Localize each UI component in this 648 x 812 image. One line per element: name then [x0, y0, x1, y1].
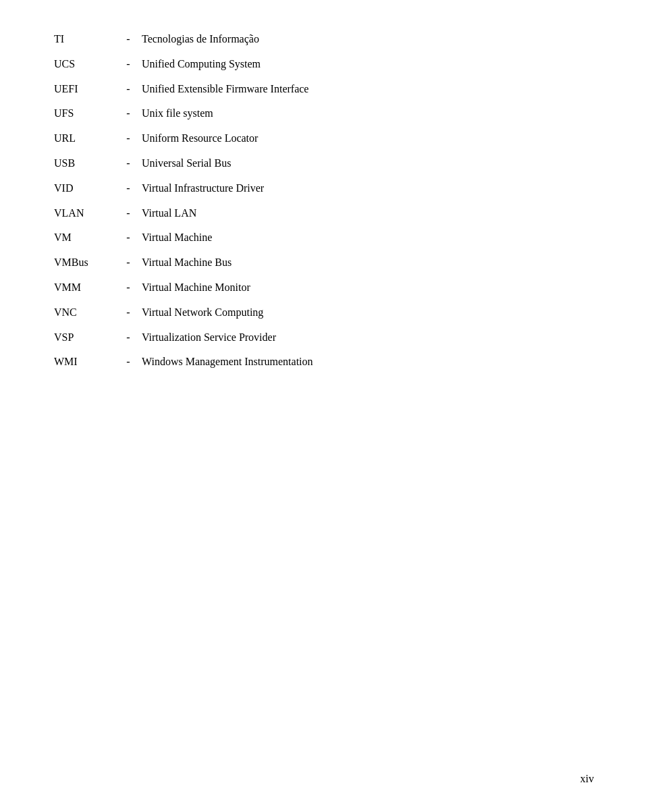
definition-cell: Windows Management Instrumentation — [142, 350, 594, 375]
dash-cell: - — [115, 176, 142, 201]
definition-cell: Unified Extensible Firmware Interface — [142, 77, 594, 102]
dash-cell: - — [115, 275, 142, 300]
definition-cell: Uniform Resource Locator — [142, 126, 594, 151]
dash-cell: - — [115, 126, 142, 151]
dash-cell: - — [115, 201, 142, 226]
dash-cell: - — [115, 77, 142, 102]
definition-cell: Virtual Machine — [142, 225, 594, 250]
acronym-cell: VNC — [54, 300, 115, 325]
dash-cell: - — [115, 27, 142, 52]
table-row: VM-Virtual Machine — [54, 225, 594, 250]
definition-cell: Virtual Machine Monitor — [142, 275, 594, 300]
acronym-cell: USB — [54, 151, 115, 176]
acronym-table: TI-Tecnologias de InformaçãoUCS-Unified … — [54, 27, 594, 375]
acronym-cell: VMM — [54, 275, 115, 300]
acronym-cell: UFS — [54, 101, 115, 126]
table-row: TI-Tecnologias de Informação — [54, 27, 594, 52]
dash-cell: - — [115, 325, 142, 350]
acronym-cell: VM — [54, 225, 115, 250]
definition-cell: Virtual LAN — [142, 201, 594, 226]
acronym-cell: URL — [54, 126, 115, 151]
dash-cell: - — [115, 52, 142, 77]
dash-cell: - — [115, 225, 142, 250]
definition-cell: Unix file system — [142, 101, 594, 126]
acronym-cell: WMI — [54, 350, 115, 375]
table-row: VNC-Virtual Network Computing — [54, 300, 594, 325]
acronym-cell: TI — [54, 27, 115, 52]
dash-cell: - — [115, 101, 142, 126]
acronym-cell: VLAN — [54, 201, 115, 226]
dash-cell: - — [115, 300, 142, 325]
definition-cell: Virtualization Service Provider — [142, 325, 594, 350]
definition-cell: Unified Computing System — [142, 52, 594, 77]
table-row: URL-Uniform Resource Locator — [54, 126, 594, 151]
table-row: USB-Universal Serial Bus — [54, 151, 594, 176]
table-row: WMI-Windows Management Instrumentation — [54, 350, 594, 375]
table-row: UEFI-Unified Extensible Firmware Interfa… — [54, 77, 594, 102]
acronym-cell: UEFI — [54, 77, 115, 102]
table-row: VSP-Virtualization Service Provider — [54, 325, 594, 350]
table-row: VMM-Virtual Machine Monitor — [54, 275, 594, 300]
dash-cell: - — [115, 250, 142, 275]
acronym-cell: VID — [54, 176, 115, 201]
table-row: VID-Virtual Infrastructure Driver — [54, 176, 594, 201]
definition-cell: Universal Serial Bus — [142, 151, 594, 176]
page-number: xiv — [580, 773, 594, 785]
table-row: UFS-Unix file system — [54, 101, 594, 126]
dash-cell: - — [115, 350, 142, 375]
table-row: VMBus-Virtual Machine Bus — [54, 250, 594, 275]
table-row: UCS-Unified Computing System — [54, 52, 594, 77]
definition-cell: Virtual Machine Bus — [142, 250, 594, 275]
acronym-cell: VMBus — [54, 250, 115, 275]
definition-cell: Tecnologias de Informação — [142, 27, 594, 52]
acronym-cell: UCS — [54, 52, 115, 77]
acronym-cell: VSP — [54, 325, 115, 350]
table-row: VLAN-Virtual LAN — [54, 201, 594, 226]
definition-cell: Virtual Network Computing — [142, 300, 594, 325]
dash-cell: - — [115, 151, 142, 176]
definition-cell: Virtual Infrastructure Driver — [142, 176, 594, 201]
